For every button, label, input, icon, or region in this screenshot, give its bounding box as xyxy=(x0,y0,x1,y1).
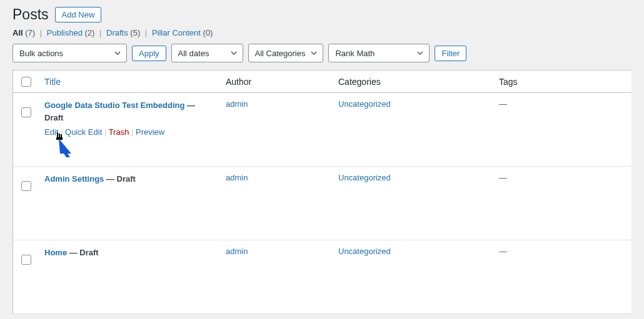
category-link[interactable]: Uncategorized xyxy=(338,247,391,256)
chevron-down-icon xyxy=(416,49,424,57)
post-title-link[interactable]: Admin Settings xyxy=(44,174,104,184)
author-link[interactable]: admin xyxy=(226,247,248,256)
action-preview[interactable]: Preview xyxy=(136,127,164,137)
categories-label: All Categories xyxy=(255,49,306,58)
tags-value: — xyxy=(499,173,507,182)
status-filter-list: All (7) | Published (2) | Drafts (5) | P… xyxy=(13,28,631,37)
post-status: — Draft xyxy=(104,174,136,184)
category-link[interactable]: Uncategorized xyxy=(338,173,391,182)
col-title[interactable]: Title xyxy=(38,77,219,87)
table-row: Home — DraftadminUncategorized— xyxy=(13,240,631,314)
filter-drafts-label: Drafts xyxy=(106,28,128,37)
page-title: Posts xyxy=(13,6,49,23)
filter-published[interactable]: Published (2) xyxy=(47,28,97,37)
table-row: Google Data Studio Test Embedding — Draf… xyxy=(13,93,631,167)
action-quick-edit[interactable]: Quick Edit xyxy=(65,127,102,137)
row-checkbox[interactable] xyxy=(21,181,31,191)
chevron-down-icon xyxy=(230,49,238,57)
add-new-button[interactable]: Add New xyxy=(55,7,102,22)
category-link[interactable]: Uncategorized xyxy=(338,99,391,109)
row-checkbox[interactable] xyxy=(21,107,31,117)
filter-published-count: (2) xyxy=(85,28,95,37)
table-header: Title Author Categories Tags xyxy=(13,71,631,93)
chevron-down-icon xyxy=(114,49,121,57)
bulk-actions-label: Bulk actions xyxy=(19,49,63,58)
filter-drafts[interactable]: Drafts (5) xyxy=(106,28,143,37)
filter-all[interactable]: All (7) xyxy=(13,28,38,37)
filter-pillar-label: Pillar Content xyxy=(152,28,201,37)
post-title-link[interactable]: Home xyxy=(44,248,67,257)
posts-table: Title Author Categories Tags Google Data… xyxy=(13,70,631,314)
filter-pillar-count: (0) xyxy=(203,28,213,37)
categories-select[interactable]: All Categories xyxy=(248,44,324,62)
rankmath-select[interactable]: Rank Math xyxy=(328,44,430,62)
filter-button[interactable]: Filter xyxy=(435,46,466,61)
select-all-checkbox[interactable] xyxy=(21,77,31,87)
action-edit[interactable]: Edit xyxy=(44,127,58,137)
row-checkbox[interactable] xyxy=(21,255,31,265)
chevron-down-icon xyxy=(310,49,318,57)
filter-all-count: (7) xyxy=(25,28,35,37)
rankmath-label: Rank Math xyxy=(335,49,375,58)
author-link[interactable]: admin xyxy=(226,173,248,182)
tags-value: — xyxy=(499,247,507,256)
filter-drafts-count: (5) xyxy=(130,28,140,37)
post-status: — Draft xyxy=(67,248,99,257)
bulk-actions-select[interactable]: Bulk actions xyxy=(13,44,127,62)
author-link[interactable]: admin xyxy=(226,99,248,109)
col-categories: Categories xyxy=(332,77,493,87)
apply-button[interactable]: Apply xyxy=(132,46,166,61)
filter-all-label: All xyxy=(13,28,23,37)
filter-pillar[interactable]: Pillar Content (0) xyxy=(152,28,213,37)
table-row: Admin Settings — DraftadminUncategorized… xyxy=(13,167,631,240)
action-trash[interactable]: Trash xyxy=(109,127,129,137)
post-title-link[interactable]: Google Data Studio Test Embedding xyxy=(44,101,184,110)
col-author: Author xyxy=(219,77,332,87)
filter-published-label: Published xyxy=(47,28,83,37)
tags-value: — xyxy=(499,99,507,109)
dates-label: All dates xyxy=(178,49,209,58)
dates-select[interactable]: All dates xyxy=(171,44,243,62)
row-actions: Edit | Quick Edit | Trash | Preview xyxy=(44,126,213,139)
col-tags: Tags xyxy=(493,77,630,87)
